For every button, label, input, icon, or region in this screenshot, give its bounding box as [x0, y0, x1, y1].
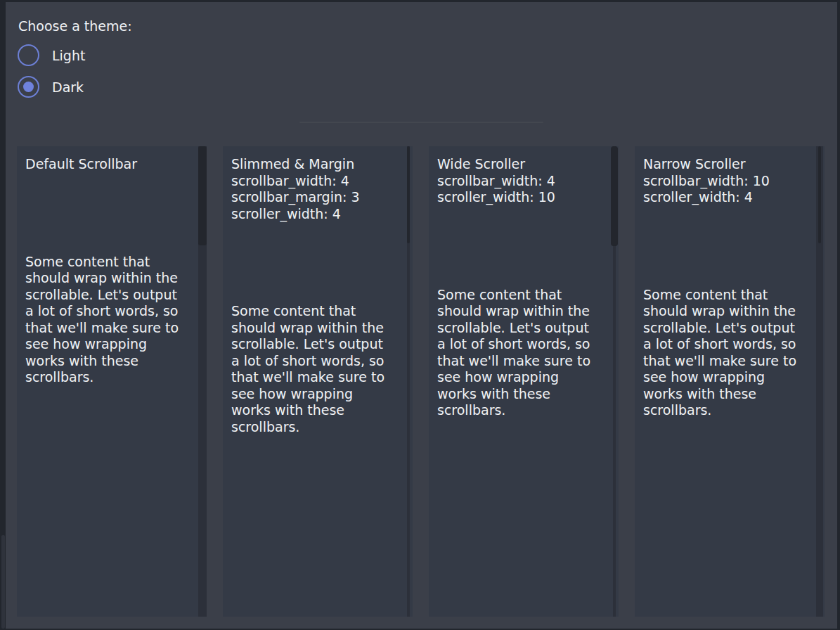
panel-slimmed-margin[interactable]: Slimmed & Margin scrollbar_width: 4 scro…	[223, 146, 413, 617]
panel-default-scrollbar[interactable]: Default Scrollbar Some content that shou…	[17, 146, 207, 617]
radio-label-light: Light	[52, 47, 85, 64]
panel-params: scrollbar_width: 4 scroller_width: 10	[437, 173, 605, 206]
panel-wide-scroller[interactable]: Wide Scroller scrollbar_width: 4 scrolle…	[429, 146, 619, 617]
radio-dot	[23, 82, 34, 92]
window-scrollbar-track[interactable]	[0, 2, 6, 629]
scrollbar-thumb[interactable]	[407, 146, 410, 243]
panel-params: scrollbar_width: 10 scroller_width: 4	[643, 173, 810, 206]
app-window: Choose a theme: Light Dark Default Scrol…	[0, 0, 840, 630]
panel-content-text: Some content that should wrap within the…	[643, 287, 810, 419]
scroll-content-area: Narrow Scroller scrollbar_width: 10 scro…	[635, 146, 825, 419]
divider	[299, 122, 543, 123]
panels-row: Default Scrollbar Some content that shou…	[17, 146, 825, 617]
scrollbar-thumb[interactable]	[198, 146, 207, 245]
radio-icon[interactable]	[18, 76, 39, 98]
panel-content-text: Some content that should wrap within the…	[231, 303, 399, 435]
radio-label-dark: Dark	[52, 79, 84, 96]
scroll-content-area: Slimmed & Margin scrollbar_width: 4 scro…	[223, 146, 413, 435]
scrollbar-thumb[interactable]	[611, 146, 618, 246]
window-scrollbar-thumb[interactable]	[1, 535, 5, 629]
theme-chooser-label: Choose a theme:	[18, 18, 132, 34]
radio-option-light[interactable]: Light	[18, 44, 85, 66]
panel-content-text: Some content that should wrap within the…	[25, 254, 193, 386]
radio-dot	[23, 50, 34, 60]
panel-params: scrollbar_width: 4 scrollbar_margin: 3 s…	[231, 173, 399, 223]
spacer	[437, 206, 605, 287]
spacer	[231, 222, 399, 303]
panel-title: Wide Scroller	[437, 156, 605, 173]
panel-title: Slimmed & Margin	[231, 156, 399, 173]
panel-narrow-scroller[interactable]: Narrow Scroller scrollbar_width: 10 scro…	[635, 146, 825, 617]
scroll-content-area: Wide Scroller scrollbar_width: 4 scrolle…	[429, 146, 619, 419]
spacer	[643, 206, 810, 287]
radio-icon[interactable]	[18, 44, 39, 66]
panel-title: Narrow Scroller	[643, 156, 810, 173]
spacer	[25, 173, 193, 254]
radio-option-dark[interactable]: Dark	[18, 76, 84, 98]
panel-content-text: Some content that should wrap within the…	[437, 287, 605, 419]
scrollbar-thumb[interactable]	[818, 146, 821, 243]
panel-title: Default Scrollbar	[25, 156, 193, 173]
scroll-content-area: Default Scrollbar Some content that shou…	[17, 146, 207, 386]
